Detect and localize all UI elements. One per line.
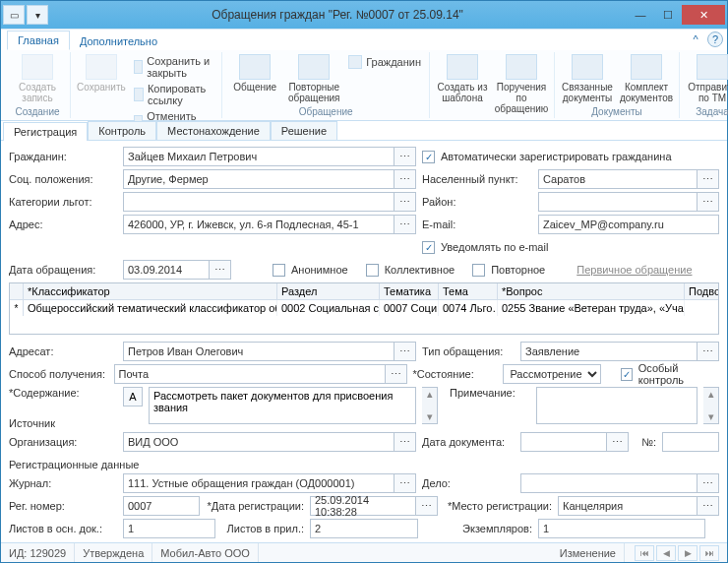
coll-checkbox[interactable] [366,264,379,277]
email-input[interactable]: Zaicev_MP@company.ru [538,215,719,234]
soc-lookup[interactable]: ⋯ [394,169,416,189]
subtab-control[interactable]: Контроль [88,121,156,140]
citizen-input[interactable]: Зайцев Михаил Петрович [123,147,394,166]
save-close-button[interactable]: Сохранить и закрыть [130,54,218,80]
state-select[interactable]: Рассмотрение [503,364,601,384]
subtab-decision[interactable]: Решение [271,121,337,140]
anon-checkbox[interactable] [273,264,285,277]
copy-link-button[interactable]: Копировать ссылку [130,82,218,107]
appealtype-input[interactable]: Заявление [520,342,698,361]
statusbar: ИД: 129029 Утверждена Мобил-Авто ООО Изм… [1,542,727,562]
help-icon[interactable]: ? [707,31,723,47]
district-input[interactable] [538,192,698,212]
recv-input[interactable]: Почта [114,364,386,384]
date-picker[interactable]: ⋯ [210,260,231,280]
save-button: Сохранить [75,52,128,93]
cat-lookup[interactable]: ⋯ [394,192,416,212]
notify-checkbox[interactable] [422,241,435,254]
addr-lookup[interactable]: ⋯ [394,215,416,234]
journal-lookup[interactable]: ⋯ [394,473,416,493]
source-heading: Источник [9,417,719,429]
ribbon: Создать запись Создание Сохранить Сохран… [1,50,727,121]
minimize-button[interactable]: — [627,5,654,25]
locality-label: Населенный пункт: [422,173,532,185]
qat-dropdown[interactable]: ▾ [27,5,48,25]
repeat-icon [298,54,330,80]
appealtype-lookup[interactable]: ⋯ [698,342,719,361]
subtab-location[interactable]: Местонахождение [156,121,271,140]
linked-icon [572,54,603,80]
common-button[interactable]: Общение [226,52,283,93]
docdate-picker[interactable]: ⋯ [607,432,629,452]
cat-input[interactable] [123,192,394,212]
soc-input[interactable]: Другие, Фермер [123,169,394,189]
subtabs: Регистрация Контроль Местонахождение Реш… [1,121,727,141]
recv-lookup[interactable]: ⋯ [386,364,407,384]
regdate-input[interactable]: 25.09.2014 10:38:28 [310,496,416,516]
kit-icon [631,54,662,80]
district-lookup[interactable]: ⋯ [698,192,719,212]
content-tool-button[interactable]: А [123,387,143,407]
person-icon [348,55,362,69]
case-input[interactable] [520,473,698,493]
primary-appeal-link[interactable]: Первичное обращение [576,264,692,276]
copies-input[interactable]: 1 [538,519,705,538]
classifier-grid[interactable]: *Классификатор Раздел Тематика Тема *Воп… [9,282,719,335]
regno-input[interactable]: 0007 [123,496,200,516]
linked-docs-button[interactable]: Связанные документы [559,52,616,103]
subtab-registration[interactable]: Регистрация [3,122,88,141]
maximize-button[interactable]: ☐ [654,5,682,25]
grid-row[interactable]: * Общероссийский тематический классифика… [10,300,718,316]
nav-next[interactable]: ▶ [678,545,698,561]
state-label: *Состояние: [413,368,498,380]
ribbon-collapse-icon[interactable]: ^ [688,31,703,47]
case-lookup[interactable]: ⋯ [698,473,719,493]
sysmenu-icon[interactable]: ▭ [3,5,25,25]
doc-kit-button[interactable]: Комплект документов [618,52,675,103]
autoreg-checkbox[interactable] [422,151,435,163]
nav-first[interactable]: ⏮ [635,545,654,561]
send-icon [697,54,728,80]
status-mode: Изменение [552,543,625,562]
tab-main[interactable]: Главная [7,31,70,50]
date-input[interactable]: 03.09.2014 [123,260,210,280]
repeat-button[interactable]: Повторные обращения [285,52,342,103]
appealtype-label: Тип обращения: [422,345,515,357]
org-input[interactable]: ВИД ООО [123,432,394,452]
regplace-label: *Место регистрации: [444,500,552,512]
addressee-lookup[interactable]: ⋯ [394,342,416,361]
close-button[interactable]: ✕ [682,5,725,25]
from-template-button[interactable]: Создать из шаблона [434,52,491,103]
org-lookup[interactable]: ⋯ [394,432,416,452]
regdate-label: *Дата регистрации: [206,500,304,512]
locality-input[interactable]: Саратов [538,169,698,189]
template-icon [447,54,478,80]
notify-label: Уведомлять по e-mail [441,241,548,253]
locality-lookup[interactable]: ⋯ [698,169,719,189]
addressee-label: Адресат: [9,345,117,357]
regplace-input[interactable]: Канцелярия [558,496,698,516]
regdate-picker[interactable]: ⋯ [416,496,438,516]
docdate-input[interactable] [520,432,607,452]
no-input[interactable] [662,432,719,452]
sheetsapp-input[interactable]: 2 [310,519,418,538]
assign-icon [506,54,537,80]
status-org: Мобил-Авто ООО [152,543,259,562]
sheetsmain-input[interactable]: 1 [123,519,215,538]
addressee-input[interactable]: Петров Иван Олегович [123,342,394,361]
district-label: Район: [422,196,532,208]
case-label: Дело: [422,477,515,489]
rep-checkbox[interactable] [472,264,485,277]
nav-last[interactable]: ⏭ [699,545,719,561]
journal-input[interactable]: 111. Устные обращения граждан (ОД000001) [123,473,394,493]
send-tm-button[interactable]: Отправить по ТМ [684,52,728,103]
addr-input[interactable]: 426000, УР, г. Ижевск, ул. 6-я Подлесная… [123,215,394,234]
nav-prev[interactable]: ◀ [656,545,676,561]
autoreg-label: Автоматически зарегистрировать гражданин… [441,151,672,162]
assignments-button[interactable]: Поручения по обращению [493,52,550,114]
special-checkbox[interactable] [621,368,633,381]
regplace-lookup[interactable]: ⋯ [698,496,719,516]
tab-extra[interactable]: Дополнительно [70,32,167,50]
citizen-button[interactable]: Гражданин [344,54,425,70]
citizen-lookup[interactable]: ⋯ [394,147,416,166]
